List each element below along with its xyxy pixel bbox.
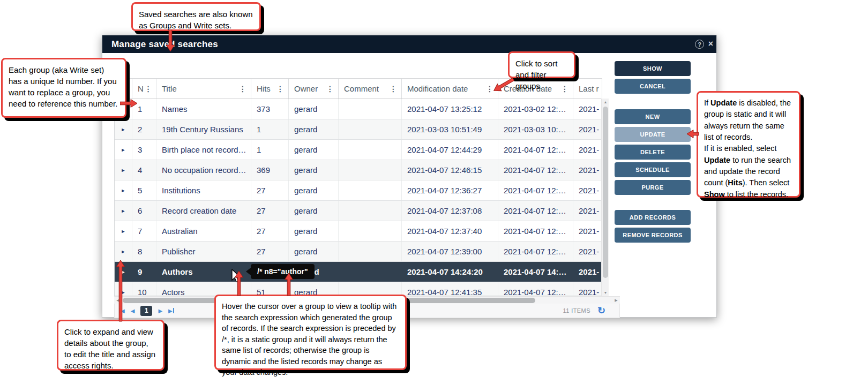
cell-hits: 27 — [251, 180, 289, 200]
cancel-button[interactable]: CANCEL — [615, 79, 691, 94]
vertical-scrollbar[interactable]: ▲ ▼ — [601, 99, 609, 296]
cell-title: No occupation record… — [156, 160, 251, 180]
vertical-scrollbar-thumb[interactable] — [603, 107, 608, 278]
cell-owner: gerard — [289, 140, 339, 160]
column-menu-icon[interactable]: ⋮ — [275, 85, 285, 93]
cell-title: Record creation date — [156, 201, 251, 221]
expand-icon[interactable]: ► — [115, 242, 132, 261]
cell-hits: 27 — [251, 221, 289, 241]
purge-button[interactable]: PURGE — [615, 180, 691, 195]
column-header-hits[interactable]: Hits ⋮ — [251, 79, 289, 99]
schedule-button[interactable]: SCHEDULE — [615, 162, 691, 177]
column-menu-icon[interactable]: ⋮ — [388, 85, 398, 93]
scroll-down-icon[interactable]: ▼ — [602, 289, 609, 296]
cell-title: 19th Century Russians — [156, 119, 251, 139]
close-icon[interactable]: × — [708, 39, 713, 49]
help-icon[interactable]: ? — [695, 40, 704, 49]
cell-owner: gerard — [289, 119, 339, 139]
next-page-icon: ▶ — [158, 308, 162, 314]
cell-comment — [339, 160, 402, 180]
expand-icon[interactable]: ► — [115, 221, 132, 241]
cell-created: 2021-04-07 12:… — [498, 282, 573, 296]
cell-last: 2021- — [573, 99, 602, 119]
column-menu-icon[interactable]: ⋮ — [238, 85, 248, 93]
cell-comment — [339, 262, 402, 282]
column-header-title[interactable]: Title ⋮ — [156, 79, 251, 99]
next-page-button[interactable]: ▶ — [158, 308, 162, 314]
column-label: N — [138, 84, 144, 93]
new-button[interactable]: NEW — [615, 109, 691, 124]
cell-last: 2021- — [573, 180, 602, 200]
cell-n: 5 — [132, 180, 156, 200]
cell-modified: 2021-04-07 13:25:12 — [402, 99, 498, 119]
table-row[interactable]: ► 8 Publisher 27 gerard 2021-04-07 12:39… — [115, 242, 602, 262]
table-row[interactable]: ► 4 No occupation record… 369 gerard 202… — [115, 160, 602, 180]
scroll-right-icon[interactable]: ▶ — [612, 297, 620, 304]
expand-icon[interactable]: ► — [115, 180, 132, 200]
cell-created: 2021-04-07 12:… — [498, 180, 573, 200]
cell-n: 9 — [132, 262, 156, 282]
cell-title: Birth place not record… — [156, 140, 251, 160]
cell-last: 2021- — [573, 242, 602, 261]
cell-modified: 2021-04-07 12:37:40 — [402, 221, 498, 241]
refresh-icon[interactable]: ↻ — [597, 306, 605, 315]
previous-page-button[interactable]: ◀ — [131, 308, 135, 314]
cell-last: 2021- — [573, 160, 602, 180]
table-row[interactable]: ► 2 19th Century Russians 1 gerard 2021-… — [115, 119, 602, 140]
cell-last: 2021- — [573, 282, 602, 296]
arrow-sort-callout — [489, 75, 520, 94]
cell-n: 8 — [132, 242, 156, 261]
column-label: Hits — [257, 84, 271, 93]
column-header-owner[interactable]: Owner ⋮ — [289, 79, 339, 99]
cell-comment — [339, 119, 402, 139]
cell-modified: 2021-03-03 10:51:49 — [402, 119, 498, 139]
column-header-modification-date[interactable]: Modification date ⋮ — [402, 79, 498, 99]
expand-icon[interactable]: ► — [115, 140, 132, 160]
cell-owner: gerard — [289, 160, 339, 180]
last-page-button[interactable]: ▶ — [168, 308, 174, 314]
cell-last: 2021- — [573, 262, 602, 282]
column-header-n[interactable]: N ⋮ — [132, 79, 156, 99]
remove-records-button[interactable]: REMOVE RECORDS — [615, 228, 691, 243]
delete-button[interactable]: DELETE — [615, 145, 691, 160]
cell-title: Names — [156, 99, 251, 119]
table-row[interactable]: ► 3 Birth place not record… 1 gerard 202… — [115, 140, 602, 160]
cell-hits: 27 — [251, 201, 289, 221]
scroll-up-icon[interactable]: ▲ — [602, 99, 609, 105]
column-header-comment[interactable]: Comment ⋮ — [339, 79, 402, 99]
table-row[interactable]: ► 5 Institutions 27 gerard 2021-04-07 12… — [115, 180, 602, 201]
dialog-titlebar: Manage saved searches ? × — [102, 35, 716, 53]
expand-icon[interactable]: ► — [115, 201, 132, 221]
arrow-top-callout — [164, 29, 176, 52]
tooltip-tail — [246, 268, 251, 275]
callout-sort-filter: Click to sort and filter groups. — [508, 51, 575, 78]
table-row[interactable]: ► 1 Names 373 gerard 2021-04-07 13:25:12… — [115, 99, 602, 119]
table-row[interactable]: ► 7 Australian 27 gerard 2021-04-07 12:3… — [115, 221, 602, 242]
cell-hits: 1 — [251, 119, 289, 139]
cell-owner: gerard — [289, 221, 339, 241]
callout-update-info: If Update is disabled, the group is stat… — [697, 91, 800, 198]
show-button[interactable]: SHOW — [615, 61, 691, 76]
column-menu-icon[interactable]: ⋮ — [560, 85, 570, 93]
previous-page-icon: ◀ — [131, 308, 135, 314]
column-menu-icon[interactable]: ⋮ — [144, 85, 153, 93]
cell-last: 2021- — [573, 201, 602, 221]
table-body: ► 1 Names 373 gerard 2021-04-07 13:25:12… — [115, 99, 602, 296]
expand-icon[interactable]: ► — [115, 160, 132, 180]
expand-icon[interactable]: ► — [115, 119, 132, 139]
column-header-last-run[interactable]: Last r — [573, 79, 602, 99]
cell-n: 4 — [132, 160, 156, 180]
update-button[interactable]: UPDATE — [615, 127, 691, 142]
column-label: Owner — [294, 84, 318, 93]
cell-created: 2021-04-07 12:… — [498, 201, 573, 221]
callout-unique-id: Each group (aka Write set) has a unique … — [1, 58, 126, 118]
table-row[interactable]: ► 6 Record creation date 27 gerard 2021-… — [115, 201, 602, 221]
column-label: Modification date — [407, 84, 468, 93]
table-row[interactable]: ► 9 Authors gerard 2021-04-07 14:24:20 2… — [115, 262, 602, 282]
footer-right: 11 ITEMS ↻ — [563, 306, 619, 315]
add-records-button[interactable]: ADD RECORDS — [615, 210, 691, 225]
arrow-expand-callout — [115, 259, 126, 322]
cell-created: 2021-04-07 14:… — [498, 262, 573, 282]
saved-searches-table: N ⋮ Title ⋮ Hits ⋮ Owner ⋮ Comment ⋮ — [114, 78, 602, 296]
column-menu-icon[interactable]: ⋮ — [325, 85, 335, 93]
